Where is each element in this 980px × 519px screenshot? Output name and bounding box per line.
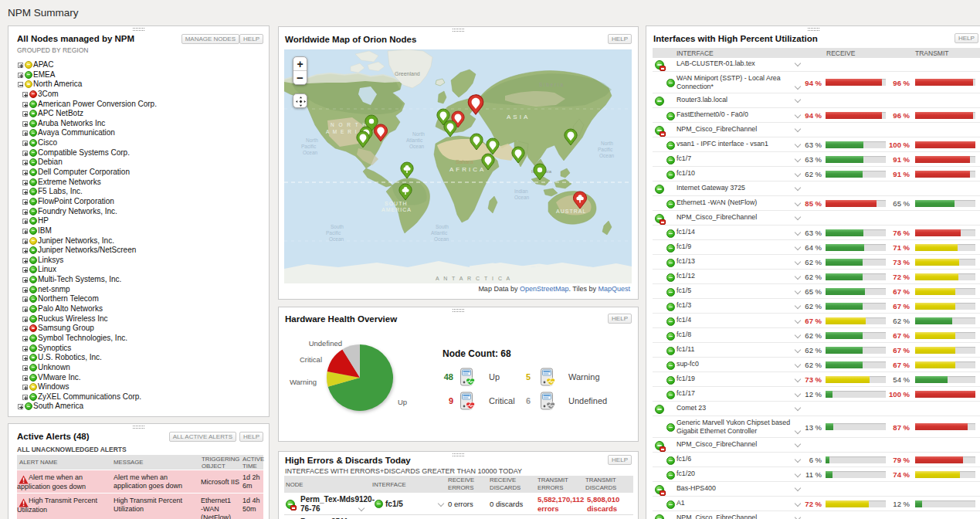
svg-text:ASIA: ASIA xyxy=(507,114,530,120)
svg-text:SOUTH: SOUTH xyxy=(385,201,408,206)
svg-text:Ocean: Ocean xyxy=(599,153,615,158)
svg-text:Atlantic: Atlantic xyxy=(406,137,423,143)
svg-text:Atlantic: Atlantic xyxy=(431,230,448,236)
svg-text:Ocean: Ocean xyxy=(434,236,449,242)
svg-text:North: North xyxy=(412,131,425,137)
svg-text:AMERICA: AMERICA xyxy=(381,207,412,212)
svg-text:Indian: Indian xyxy=(514,188,528,194)
svg-text:Ocean: Ocean xyxy=(303,150,318,155)
svg-text:A N T A R C T I C A: A N T A R C T I C A xyxy=(436,276,511,281)
svg-text:Ocean: Ocean xyxy=(329,236,344,242)
svg-text:Pacific: Pacific xyxy=(598,147,613,152)
svg-text:N O R T H: N O R T H xyxy=(331,122,368,127)
svg-text:S i b e r i a: S i b e r i a xyxy=(539,82,563,87)
svg-text:Ocean: Ocean xyxy=(514,195,530,200)
svg-text:Sahara: Sahara xyxy=(456,159,473,165)
svg-text:North: North xyxy=(601,141,613,146)
svg-text:Pacific: Pacific xyxy=(301,144,317,149)
svg-text:AFRICA: AFRICA xyxy=(449,166,486,173)
svg-text:North: North xyxy=(306,137,318,143)
svg-text:South: South xyxy=(331,224,344,229)
svg-text:South: South xyxy=(436,224,449,229)
svg-text:AUSTRAL: AUSTRAL xyxy=(556,209,586,214)
svg-text:Greenland: Greenland xyxy=(395,71,420,76)
svg-text:Ocean: Ocean xyxy=(409,144,425,149)
svg-text:Pacific: Pacific xyxy=(326,230,341,236)
